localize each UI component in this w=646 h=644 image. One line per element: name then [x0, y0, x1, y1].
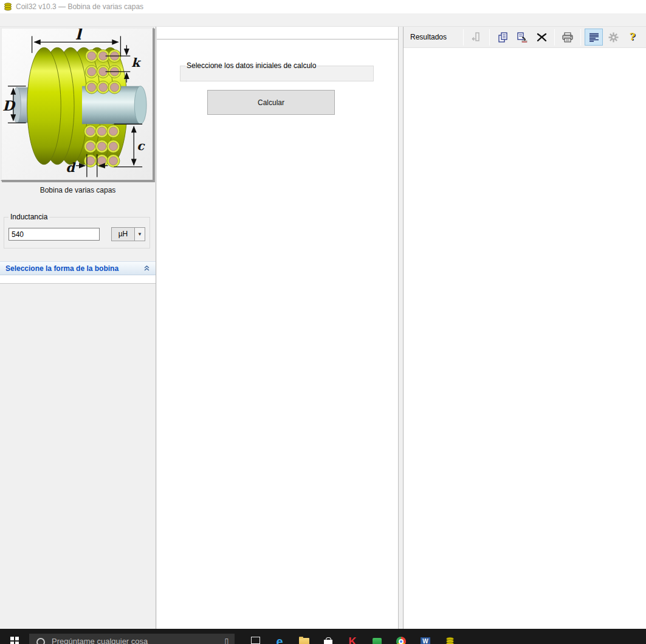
window-title: Coil32 v10.3 — Bobina de varias capas — [16, 2, 143, 11]
toolbar-separator — [554, 29, 555, 46]
kaspersky-icon[interactable]: K — [345, 637, 360, 644]
application-window: Coil32 v10.3 — Bobina de varias capas Bo… — [0, 0, 646, 644]
inductance-input[interactable] — [9, 228, 100, 241]
toolbar-separator — [580, 29, 581, 46]
unit-dropdown[interactable]: µH ▼ — [111, 227, 145, 241]
word-wrap-icon[interactable] — [585, 29, 603, 46]
clear-icon[interactable] — [532, 29, 551, 46]
cortana-search-box[interactable]: Pregúntame cualquier cosa ▯ — [29, 634, 235, 644]
results-text[interactable] — [404, 48, 646, 52]
coil-diagram — [2, 29, 153, 180]
title-bar: Coil32 v10.3 — Bobina de varias capas — [0, 0, 646, 13]
results-toolbar: Resultados — [404, 27, 646, 48]
search-placeholder: Pregúntame cualquier cosa — [52, 637, 148, 644]
unit-value: µH — [112, 228, 134, 241]
collapse-chevrons-icon[interactable] — [143, 265, 150, 272]
ink-pen-icon: ▯ — [224, 637, 229, 644]
copy-icon[interactable] — [493, 29, 512, 46]
edge-icon[interactable]: e — [272, 637, 287, 644]
cortana-icon — [36, 638, 45, 644]
green-app-icon[interactable] — [369, 637, 384, 644]
initial-data-title: Seleccione los datos iniciales de calcul… — [185, 61, 317, 70]
menu-bar — [0, 13, 646, 27]
start-button[interactable] — [0, 629, 29, 644]
toolbar-separator — [463, 29, 464, 46]
coil-caption: Bobina de varias capas — [0, 186, 156, 194]
file-explorer-icon[interactable] — [297, 637, 311, 644]
coil-preview-box — [1, 27, 154, 181]
taskbar: Pregúntame cualquier cosa ▯ e K W — [0, 629, 646, 644]
tab-strip — [157, 27, 398, 39]
inductance-label: Inductancia — [9, 213, 49, 221]
coil-selector-header[interactable]: Seleccione la forma de la bobina — [0, 261, 156, 275]
settings-gear-icon[interactable] — [604, 29, 622, 46]
save-copy-icon[interactable] — [513, 29, 531, 46]
taskbar-icons: e K W — [243, 629, 462, 644]
toolbar-separator — [489, 29, 490, 46]
inductance-group: Inductancia µH ▼ — [4, 213, 150, 248]
coil32-taskbar-icon[interactable] — [442, 637, 457, 644]
left-sidebar: Bobina de varias capas Inductancia µH ▼ … — [0, 27, 156, 629]
main-area: Bobina de varias capas Inductancia µH ▼ … — [0, 27, 646, 629]
help-icon[interactable]: ?? — [624, 29, 642, 46]
task-view-button[interactable] — [248, 637, 263, 644]
coil-selector-title: Seleccione la forma de la bobina — [5, 264, 119, 273]
word-icon[interactable]: W — [418, 637, 433, 644]
detach-icon[interactable] — [467, 29, 486, 46]
chevron-down-icon[interactable]: ▼ — [134, 228, 145, 241]
initial-data-group: Seleccione los datos iniciales de calcul… — [180, 61, 374, 81]
svg-text:?: ? — [630, 32, 635, 43]
print-icon[interactable] — [558, 29, 577, 46]
app-icon — [4, 2, 12, 11]
parameters-panel: Seleccione los datos iniciales de calcul… — [157, 27, 399, 629]
calculate-button[interactable]: Calcular — [207, 90, 335, 115]
chrome-icon[interactable] — [394, 637, 408, 644]
results-panel: Resultados — [403, 27, 646, 629]
windows-logo-icon — [10, 637, 19, 644]
coil-type-list — [0, 275, 156, 284]
results-label: Resultados — [407, 33, 460, 41]
microsoft-store-icon[interactable] — [321, 637, 335, 644]
